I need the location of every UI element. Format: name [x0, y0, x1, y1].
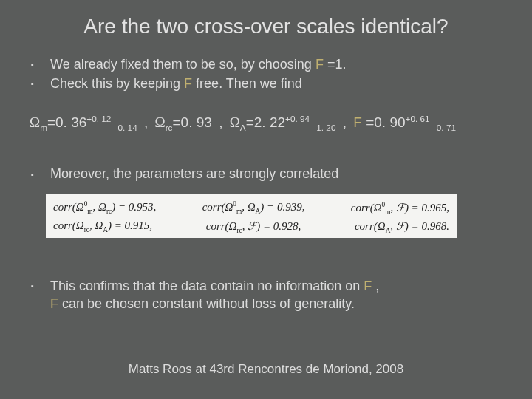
symbol-F: F: [50, 296, 58, 311]
bullet-3: ▪ Moreover, the parameters are strongly …: [31, 166, 510, 182]
omega-symbol: Ω: [30, 115, 40, 130]
err-dn: -0. 71: [434, 123, 456, 132]
bullet-1: ▪ We already fixed them to be so, by cho…: [31, 55, 510, 73]
text: ,: [372, 279, 379, 293]
text: This confirms that the data contain no i…: [50, 279, 364, 293]
corr-6: corr(ΩA, ℱ) = 0.968.: [355, 219, 449, 233]
err-up: +0. 61: [406, 114, 430, 123]
text: We already fixed them to be so, by choos…: [50, 57, 316, 72]
val: =0. 36: [47, 115, 86, 130]
sub: A: [240, 123, 246, 132]
corr-line-2: corr(Ωrc, ΩA) = 0.915, corr(Ωrc, ℱ) = 0.…: [53, 219, 449, 233]
slide-title: Are the two cross-over scales identical?: [0, 15, 532, 38]
bullet-2-text: Check this by keeping F free. Then we fi…: [50, 75, 302, 92]
symbol-F: F: [364, 279, 372, 293]
sep: ,: [140, 115, 152, 130]
equation-line: Ωm=0. 36+0. 12 -0. 14 , Ωrc=0. 93 , ΩA=2…: [30, 115, 521, 131]
sep: ,: [338, 115, 350, 130]
sub: rc: [166, 123, 173, 132]
symbol-F: F: [184, 76, 192, 91]
omega-symbol: Ω: [230, 115, 240, 130]
val: =0. 90: [362, 115, 406, 130]
symbol-F: F: [316, 57, 324, 72]
bullet-3-text: Moreover, the parameters are strongly co…: [50, 166, 338, 182]
text: Check this by keeping: [50, 76, 184, 91]
bullet-group-1: ▪ We already fixed them to be so, by cho…: [31, 55, 510, 95]
bullet-group-3: ▪ This confirms that the data contain no…: [31, 277, 510, 313]
bullet-icon: ▪: [31, 166, 50, 179]
bullet-4-cont: F can be chosen constant without loss of…: [50, 295, 510, 313]
err-dn: -0. 14: [115, 123, 137, 132]
text: =1.: [324, 57, 347, 72]
text: can be chosen constant without loss of g…: [58, 296, 355, 311]
bullet-icon: ▪: [31, 55, 50, 70]
sep: ,: [215, 115, 227, 130]
symbol-F: F: [353, 115, 362, 130]
sub: m: [40, 123, 47, 132]
val: =2. 22: [246, 115, 285, 130]
bullet-4: ▪ This confirms that the data contain no…: [31, 277, 510, 295]
corr-3: corr(Ω0m, ℱ) = 0.965,: [351, 201, 449, 214]
bullet-1-text: We already fixed them to be so, by choos…: [50, 55, 346, 73]
bullet-icon: ▪: [31, 75, 50, 89]
corr-4: corr(Ωrc, ΩA) = 0.915,: [53, 219, 152, 233]
corr-2: corr(Ω0m, ΩA) = 0.939,: [202, 201, 305, 214]
bullet-4-text: This confirms that the data contain no i…: [50, 277, 379, 295]
slide: Are the two cross-over scales identical?…: [0, 0, 532, 399]
corr-1: corr(Ω0m, Ωrc) = 0.953,: [53, 201, 156, 214]
err-up: +0. 94: [285, 114, 310, 123]
correlation-panel: corr(Ω0m, Ωrc) = 0.953, corr(Ω0m, ΩA) = …: [46, 194, 457, 238]
text: free. Then we find: [192, 76, 302, 91]
corr-line-1: corr(Ω0m, Ωrc) = 0.953, corr(Ω0m, ΩA) = …: [53, 201, 449, 214]
err-up: +0. 12: [86, 114, 111, 123]
val: =0. 93: [173, 115, 212, 130]
bullet-group-2: ▪ Moreover, the parameters are strongly …: [31, 166, 510, 182]
corr-5: corr(Ωrc, ℱ) = 0.928,: [206, 219, 301, 233]
omega-symbol: Ω: [155, 115, 166, 130]
footer-attribution: Matts Roos at 43rd Rencontres de Moriond…: [0, 362, 532, 377]
err-dn: -1. 20: [313, 123, 335, 132]
bullet-2: ▪ Check this by keeping F free. Then we …: [31, 75, 510, 92]
bullet-icon: ▪: [31, 277, 50, 292]
